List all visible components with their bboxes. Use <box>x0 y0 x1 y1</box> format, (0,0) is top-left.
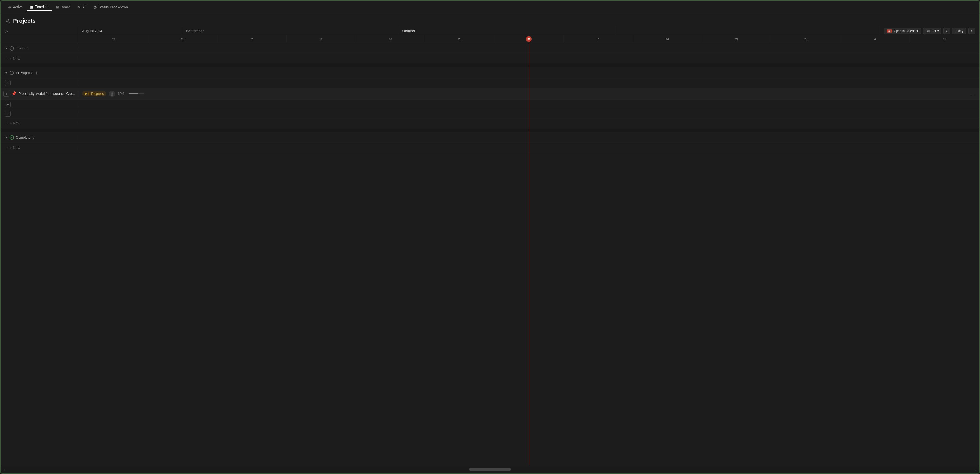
in-progress-title: In Progress <box>16 71 33 75</box>
today-button[interactable]: Today <box>952 28 966 34</box>
in-progress-status-icon <box>10 71 14 75</box>
nav-label-timeline: Timeline <box>35 5 48 9</box>
date-9: 9 <box>287 35 356 43</box>
in-progress-add-row-1: + <box>1 78 979 88</box>
project-expand-button[interactable]: + <box>3 91 9 97</box>
project-row-left-insurance: + 📌 Propensity Model for Insurance Cross… <box>1 91 79 97</box>
date-28: 28 <box>772 35 841 43</box>
scroll-area: ‹ › <box>1 465 979 473</box>
nav-label-board: Board <box>61 5 70 9</box>
todo-plus-icon: + <box>6 57 8 61</box>
in-progress-timeline-area <box>79 67 979 78</box>
active-icon: ⊕ <box>8 5 11 9</box>
todo-toggle[interactable]: ▼ <box>5 47 8 50</box>
in-progress-new-button[interactable]: + + New <box>1 121 79 125</box>
in-progress-add-left-3: + <box>1 111 79 117</box>
todo-title: To-do <box>16 46 24 50</box>
svg-point-1 <box>111 94 113 95</box>
nav-item-all[interactable]: ✳ All <box>75 3 90 11</box>
section-in-progress: ▼ In Progress 4 <box>1 67 979 78</box>
separator-2 <box>1 128 979 132</box>
date-30-today: 30 <box>495 35 564 43</box>
progress-percent: 60% <box>118 92 126 95</box>
nav-item-active[interactable]: ⊕ Active <box>5 3 26 11</box>
nav-item-status-breakdown[interactable]: ◔ Status Breakdown <box>91 3 131 11</box>
in-progress-new-row: + + New <box>1 119 979 128</box>
month-october: October <box>399 27 616 35</box>
month-august-label: August 2024 <box>79 29 105 33</box>
date-11: 11 <box>910 35 979 43</box>
section-complete: ▼ ✓ Complete 0 <box>1 132 979 143</box>
header-right-controls: 30 Open in Calendar Quarter ▾ ‹ Today › <box>880 27 979 35</box>
timeline-container: ▷ August 2024 September October 30 Open … <box>1 27 979 473</box>
date-row: 19 26 2 9 16 23 30 7 14 21 28 4 11 <box>1 35 979 43</box>
status-breakdown-icon: ◔ <box>94 5 97 9</box>
date-19: 19 <box>79 35 148 43</box>
assignee-avatar <box>109 90 115 97</box>
complete-status-icon: ✓ <box>10 135 14 140</box>
today-circle-badge: 30 <box>526 36 532 42</box>
page-title: Projects <box>13 17 36 24</box>
nav-label-status-breakdown: Status Breakdown <box>98 5 128 9</box>
date-14: 14 <box>633 35 702 43</box>
complete-new-button[interactable]: + + New <box>1 146 79 150</box>
months-section: August 2024 September October <box>79 27 880 35</box>
in-progress-new-label: + New <box>10 121 20 125</box>
in-progress-add-row-2: + <box>1 100 979 109</box>
open-calendar-label: Open in Calendar <box>894 29 918 33</box>
status-dot <box>85 93 86 95</box>
todo-count: 0 <box>26 46 28 50</box>
months-left: ▷ <box>1 27 79 35</box>
separator-1 <box>1 63 979 67</box>
progress-bar-container <box>129 93 145 94</box>
nav-item-timeline[interactable]: ▦ Timeline <box>27 3 52 11</box>
section-todo-left: ▼ To-do 0 <box>1 46 79 51</box>
calendar-date-badge: 30 <box>887 29 892 33</box>
complete-new-row: + + New <box>1 143 979 152</box>
in-progress-toggle[interactable]: ▼ <box>5 71 8 74</box>
project-row-insurance[interactable]: + 📌 Propensity Model for Insurance Cross… <box>1 88 979 100</box>
complete-count: 0 <box>33 135 34 140</box>
nav-item-board[interactable]: ⊞ Board <box>53 3 73 11</box>
in-progress-add-row-3: + <box>1 109 979 119</box>
in-progress-plus-icon: + <box>6 121 8 125</box>
complete-title: Complete <box>16 135 30 140</box>
project-row-right-insurance: In Progress 60% — <box>79 90 979 97</box>
date-cells: 19 26 2 9 16 23 30 7 14 21 28 4 11 <box>79 35 979 43</box>
projects-icon: ◎ <box>6 18 10 24</box>
open-calendar-button[interactable]: 30 Open in Calendar <box>884 28 921 34</box>
quarter-selector[interactable]: Quarter ▾ <box>923 28 941 34</box>
prev-arrow-button[interactable]: ‹ <box>943 28 950 34</box>
quarter-chevron: ▾ <box>937 29 939 33</box>
all-icon: ✳ <box>78 5 81 9</box>
section-todo: ▼ To-do 0 <box>1 43 979 54</box>
month-august: August 2024 <box>79 27 183 35</box>
complete-new-label: + New <box>10 146 20 150</box>
in-progress-badge[interactable]: In Progress <box>82 91 107 97</box>
scroll-right-arrow[interactable]: › <box>972 466 979 473</box>
complete-timeline-area <box>79 132 979 143</box>
date-23: 23 <box>425 35 495 43</box>
complete-toggle[interactable]: ▼ <box>5 136 8 139</box>
scroll-thumb[interactable] <box>469 468 511 471</box>
todo-new-button[interactable]: + + New <box>1 57 79 61</box>
collapse-arrow[interactable]: ▷ <box>5 29 8 33</box>
todo-status-icon <box>10 46 14 51</box>
date-21: 21 <box>702 35 772 43</box>
svg-point-0 <box>111 92 113 94</box>
nav-label-all: All <box>82 5 86 9</box>
scroll-left-arrow[interactable]: ‹ <box>1 466 8 473</box>
next-arrow-button[interactable]: › <box>968 28 975 34</box>
add-square-button-3[interactable]: + <box>5 111 11 117</box>
progress-bar-fill <box>129 93 138 94</box>
add-square-button-2[interactable]: + <box>5 101 11 107</box>
add-square-button-1[interactable]: + <box>5 80 11 86</box>
page-header: ◎ Projects <box>1 13 979 27</box>
todo-new-row: + + New <box>1 54 979 63</box>
project-name-insurance: Propensity Model for Insurance Cross-Sel… <box>19 92 76 95</box>
scroll-track <box>8 468 972 471</box>
date-4: 4 <box>841 35 910 43</box>
date-7: 7 <box>564 35 633 43</box>
month-october-label: October <box>399 29 418 33</box>
todo-new-label: + New <box>10 57 20 61</box>
